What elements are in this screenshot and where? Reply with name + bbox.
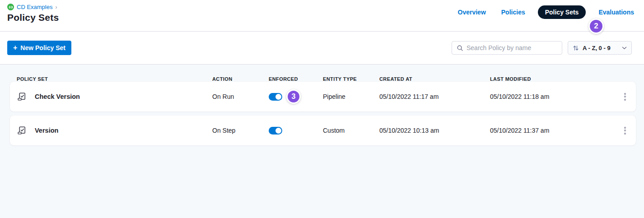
enforced-cell: 3 <box>269 89 323 104</box>
cd-module-icon <box>7 4 14 10</box>
sort-selected-value: A - Z, 0 - 9 <box>583 45 618 51</box>
policy-set-name: Version <box>35 127 58 134</box>
breadcrumb: CD Examples › <box>7 4 59 10</box>
toolbar: + New Policy Set A - Z, 0 - 9 <box>0 32 644 65</box>
new-policy-set-button-label: New Policy Set <box>20 44 65 51</box>
action-cell: On Step <box>212 127 269 134</box>
annotation-badge-2: 2 <box>588 19 604 34</box>
header-tabs: Overview Policies Policy Sets Evaluation… <box>458 0 634 16</box>
policy-set-icon <box>17 92 27 102</box>
entity-type-cell: Custom <box>323 127 379 134</box>
tab-overview[interactable]: Overview <box>458 9 486 16</box>
search-icon <box>457 45 463 51</box>
chevron-down-icon <box>622 46 627 50</box>
last-modified-cell: 05/10/2022 11:18 am <box>490 93 614 100</box>
page-title: Policy Sets <box>7 12 59 23</box>
column-header-last-modified: LAST MODIFIED <box>490 76 614 82</box>
entity-type-cell: Pipeline <box>323 93 379 100</box>
last-modified-cell: 05/10/2022 11:37 am <box>490 127 614 134</box>
row-menu-kebab-icon[interactable] <box>620 91 630 102</box>
column-header-created-at: CREATED AT <box>379 76 490 82</box>
enforced-toggle[interactable] <box>269 93 282 101</box>
row-menu-kebab-icon[interactable] <box>620 125 630 136</box>
search-box[interactable] <box>452 41 562 55</box>
tab-evaluations[interactable]: Evaluations <box>598 9 634 16</box>
column-header-entity-type: ENTITY TYPE <box>323 76 379 82</box>
breadcrumb-project-link[interactable]: CD Examples <box>17 4 52 10</box>
header-left: CD Examples › Policy Sets <box>7 0 59 23</box>
policy-sets-table: POLICY SET ACTION ENFORCED ENTITY TYPE C… <box>0 65 644 218</box>
created-at-cell: 05/10/2022 11:17 am <box>379 93 490 100</box>
created-at-cell: 05/10/2022 10:13 am <box>379 127 490 134</box>
policy-set-icon <box>17 125 27 136</box>
plus-icon: + <box>13 44 17 51</box>
enforced-cell <box>269 127 323 135</box>
annotation-badge-3: 3 <box>286 89 301 104</box>
tab-policies[interactable]: Policies <box>501 9 525 16</box>
column-header-action: ACTION <box>212 76 269 82</box>
new-policy-set-button[interactable]: + New Policy Set <box>7 41 71 55</box>
breadcrumb-chevron-icon: › <box>55 4 57 10</box>
sort-dropdown[interactable]: A - Z, 0 - 9 <box>568 41 632 55</box>
table-header-row: POLICY SET ACTION ENFORCED ENTITY TYPE C… <box>0 76 636 82</box>
search-input[interactable] <box>467 44 557 51</box>
policy-set-name: Check Version <box>35 93 80 100</box>
column-header-policy-set: POLICY SET <box>17 76 212 82</box>
toolbar-right: A - Z, 0 - 9 <box>452 41 632 55</box>
page-header: CD Examples › Policy Sets Overview Polic… <box>0 0 644 32</box>
table-row-version[interactable]: Version On Step Custom 05/10/2022 10:13 … <box>10 116 636 145</box>
table-row-check-version[interactable]: Check Version On Run 3 Pipeline 05/10/20… <box>10 82 636 111</box>
sort-arrows-icon <box>573 45 579 51</box>
enforced-toggle[interactable] <box>269 127 282 135</box>
tab-policy-sets[interactable]: Policy Sets <box>538 5 586 19</box>
column-header-enforced: ENFORCED <box>269 76 323 82</box>
action-cell: On Run <box>212 93 269 100</box>
